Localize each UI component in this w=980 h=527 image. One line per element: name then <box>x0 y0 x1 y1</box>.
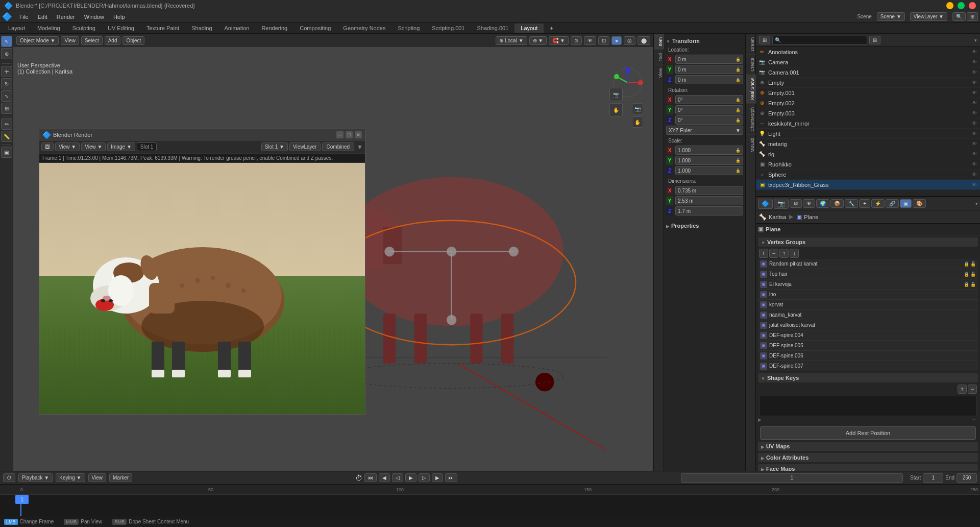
render-view-btn[interactable]: View ▼ <box>55 142 80 151</box>
playback-btn[interactable]: Playback ▼ <box>18 473 53 482</box>
rotate-tool[interactable]: ↻ <box>1 78 12 89</box>
side-tab-item[interactable]: Item <box>654 34 664 50</box>
camera001-visibility[interactable]: 👁 <box>971 69 978 76</box>
rotation-y-input[interactable]: 0° 🔒 <box>675 105 743 114</box>
start-frame-input[interactable]: 1 <box>923 473 943 483</box>
props-particles-icon[interactable]: ✦ <box>859 199 870 208</box>
light-visibility[interactable]: 👁 <box>971 130 978 137</box>
tab-layout-active[interactable]: Layout <box>514 23 544 33</box>
menu-file[interactable]: File <box>15 13 33 21</box>
vg-up-btn[interactable]: ↑ <box>779 249 789 258</box>
prev-frame-btn[interactable]: ◀ <box>379 473 390 482</box>
outliner-sphere[interactable]: ○ Sphere 👁 <box>756 170 980 180</box>
outliner-rig[interactable]: 🦴 rig 👁 <box>756 149 980 159</box>
render-image-icon[interactable]: 🖼 <box>41 142 54 151</box>
render-slot[interactable]: Slot 1 ▼ <box>261 142 288 151</box>
outliner-metarig[interactable]: 🦴 metarig 👁 <box>756 139 980 149</box>
minimize-button[interactable] <box>946 2 953 9</box>
menu-edit[interactable]: Edit <box>34 13 52 21</box>
location-x-input[interactable]: 0 m 🔒 <box>675 55 743 64</box>
outliner-empty001[interactable]: ⊕ Empty.001 👁 <box>756 88 980 98</box>
props-modifier-icon[interactable]: 🔧 <box>845 199 858 208</box>
viewlayer-selector[interactable]: ViewLayer ▼ <box>910 12 947 21</box>
vg-jalat[interactable]: ▣ jalat valkoiset karvat <box>758 320 978 330</box>
location-y-input[interactable]: 0 m 🔒 <box>675 65 743 74</box>
tab-shading[interactable]: Shading <box>185 23 218 33</box>
sphere-visibility[interactable]: 👁 <box>971 171 978 178</box>
tab-add[interactable]: + <box>544 23 559 33</box>
sk-add-btn[interactable]: + <box>958 385 967 394</box>
play-btn[interactable]: ▶ <box>405 473 416 482</box>
viewport-mode[interactable]: Object Mode ▼ <box>16 36 59 45</box>
viewport-overlay[interactable]: 👁 <box>584 36 596 45</box>
vg-top-hair[interactable]: ▣ Top hair 🔒 🔓 <box>758 269 978 279</box>
marker-btn[interactable]: Marker <box>109 473 132 482</box>
color-attributes-header[interactable]: Color Attributes <box>758 453 978 462</box>
scale-x-input[interactable]: 1.000 🔒 <box>675 146 743 155</box>
render-view2-btn[interactable]: View ▼ <box>81 142 106 151</box>
end-frame-input[interactable]: 250 <box>957 473 977 483</box>
viewport-add[interactable]: Add <box>105 36 121 45</box>
menu-help[interactable]: Help <box>109 13 129 21</box>
rig-visibility[interactable]: 👁 <box>971 151 978 158</box>
tab-sculpting[interactable]: Sculpting <box>66 23 102 33</box>
outliner-camera[interactable]: 📷 Camera 👁 <box>756 57 980 67</box>
outliner-keskikoht[interactable]: ↔ keskikoht_mirror 👁 <box>756 118 980 129</box>
tab-real-snow[interactable]: Real Snow <box>746 75 756 104</box>
side-tab-tool[interactable]: Tool <box>654 50 664 65</box>
rotation-mode-selector[interactable]: XYZ Euler ▼ <box>666 126 743 135</box>
vertex-groups-header[interactable]: Vertex Groups <box>758 237 978 247</box>
render-maximize[interactable]: □ <box>346 131 353 138</box>
tab-uv[interactable]: UV Editing <box>102 23 140 33</box>
pan-view-btn[interactable]: ✋ <box>632 116 643 128</box>
viewport-object[interactable]: Object <box>122 36 144 45</box>
viewport-xray[interactable]: ⊡ <box>598 36 609 45</box>
tab-dream[interactable]: Dream <box>746 34 756 54</box>
outliner-light[interactable]: 💡 Light 👁 <box>756 129 980 139</box>
scene-selector[interactable]: Scene ▼ <box>877 12 905 21</box>
shape-keys-header[interactable]: Shape Keys <box>758 373 978 382</box>
location-z-input[interactable]: 0 m 🔒 <box>675 75 743 84</box>
metarig-visibility[interactable]: 👁 <box>971 140 978 148</box>
scale-z-input[interactable]: 1.000 🔒 <box>675 166 743 175</box>
viewport-camera-icon[interactable]: 📷 <box>609 88 623 101</box>
transform-collapse-icon[interactable] <box>666 38 670 44</box>
transform-tool[interactable]: ⊞ <box>1 103 12 114</box>
outliner-ruohikko[interactable]: ▣ Ruohikko 👁 <box>756 159 980 170</box>
tab-animation[interactable]: Animation <box>218 23 256 33</box>
viewport-canvas[interactable]: User Perspective (1) Collection | Karits… <box>13 47 653 471</box>
timeline-track[interactable]: 1 <box>0 495 980 516</box>
jump-end-btn[interactable]: ⏭ <box>445 473 457 482</box>
camera-view-btn[interactable]: 📷 <box>632 103 643 114</box>
filter-icon[interactable]: ▾ <box>974 38 977 43</box>
face-maps-header[interactable]: Face Maps <box>758 464 978 471</box>
annotate-tool[interactable]: ✏ <box>1 118 12 130</box>
props-material-icon[interactable]: 🎨 <box>913 199 926 208</box>
add-tool[interactable]: ▣ <box>1 147 12 158</box>
jump-start-btn[interactable]: ⏮ <box>364 473 377 482</box>
empty-visibility[interactable]: 👁 <box>971 79 978 86</box>
viewport-view[interactable]: View <box>61 36 79 45</box>
render-viewlayer[interactable]: ViewLayer <box>289 142 321 151</box>
props-constraints-icon[interactable]: 🔗 <box>886 199 899 208</box>
tab-rendering[interactable]: Rendering <box>255 23 293 33</box>
side-tab-view[interactable]: View <box>654 64 664 81</box>
vg-remove-btn[interactable]: − <box>769 249 778 258</box>
empty003-visibility[interactable]: 👁 <box>971 110 978 117</box>
close-button[interactable] <box>969 2 976 9</box>
vg-add-btn[interactable]: + <box>759 249 768 258</box>
vg-iho[interactable]: ▣ iho <box>758 290 978 300</box>
maximize-button[interactable] <box>958 2 965 9</box>
keying-btn[interactable]: Keying ▼ <box>56 473 85 482</box>
tab-modeling[interactable]: Modeling <box>31 23 66 33</box>
outliner-annotations[interactable]: ✏ Annotations 👁 <box>756 47 980 57</box>
rotation-z-input[interactable]: 0° 🔒 <box>675 115 743 125</box>
uv-maps-header[interactable]: UV Maps <box>758 442 978 451</box>
current-frame-input[interactable]: 1 <box>681 473 903 483</box>
tab-scripting[interactable]: Scripting <box>391 23 426 33</box>
outliner-search[interactable]: 🔍 <box>772 36 867 45</box>
render-close[interactable]: ✕ <box>355 131 362 138</box>
viewport-proportional[interactable]: ⊙ <box>571 36 582 45</box>
outliner-ribbon-grass[interactable]: ▣ txdpec3r_Ribbon_Grass 👁 <box>756 180 980 190</box>
outliner-filter[interactable]: ⊞ <box>869 36 880 44</box>
